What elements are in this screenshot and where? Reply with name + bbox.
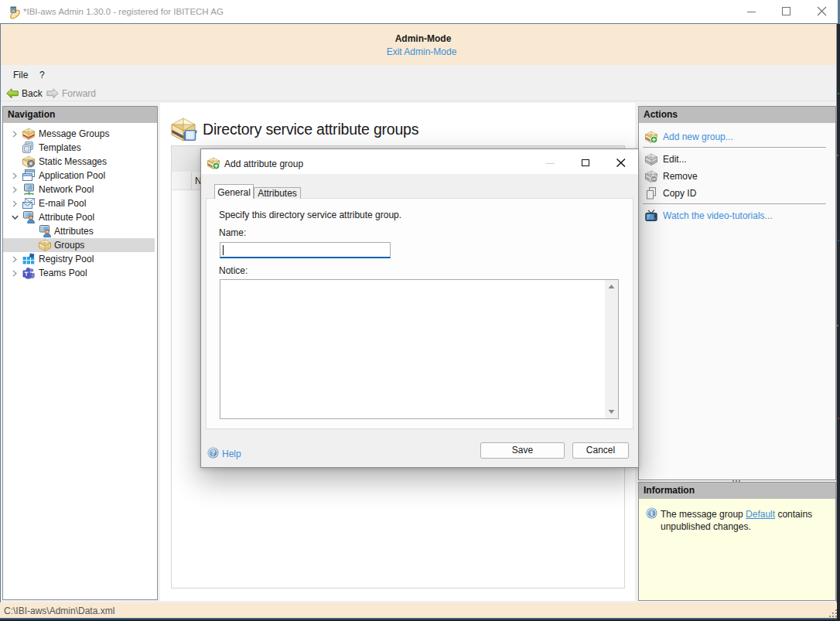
svg-text:i: i bbox=[650, 510, 653, 517]
svg-text:?: ? bbox=[211, 449, 215, 457]
